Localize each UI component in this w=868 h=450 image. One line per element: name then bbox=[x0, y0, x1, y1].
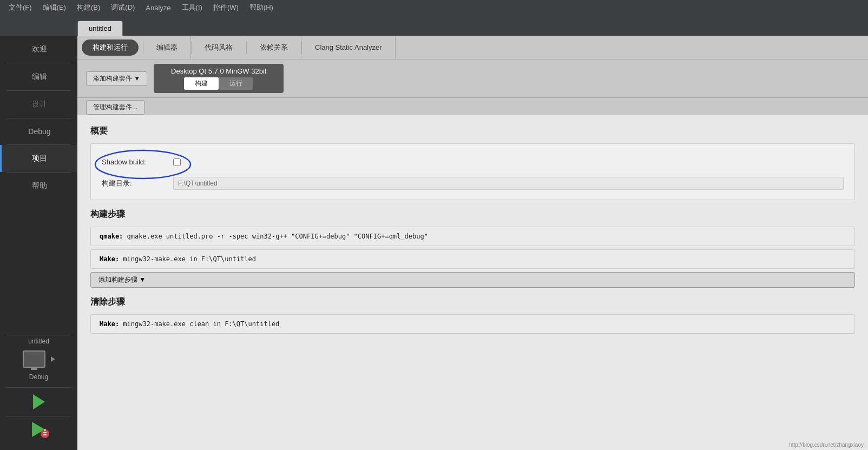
summary-box: Shadow build: 构建目录: bbox=[90, 143, 855, 200]
menu-edit[interactable]: 编辑(E) bbox=[38, 2, 70, 14]
debug-run-button[interactable] bbox=[0, 416, 77, 444]
subtab-editor[interactable]: 编辑器 bbox=[143, 36, 191, 59]
menu-file[interactable]: 文件(F) bbox=[4, 2, 36, 14]
kit-build-tab[interactable]: 构建 bbox=[184, 77, 219, 90]
menu-help[interactable]: 帮助(H) bbox=[245, 2, 278, 14]
build-dir-label: 构建目录: bbox=[102, 178, 167, 188]
project-tab[interactable]: untitled bbox=[77, 21, 123, 36]
clean-make-value: mingw32-make.exe clean in F:\QT\untitled bbox=[123, 320, 279, 328]
content-scroll[interactable]: 概要 Shadow build: 构建目录: bbox=[77, 115, 868, 450]
qmake-step-box: qmake: qmake.exe untitled.pro -r -spec w… bbox=[90, 227, 855, 246]
sidebar-item-design[interactable]: 设计 bbox=[0, 91, 77, 118]
shadow-build-checkbox[interactable] bbox=[173, 158, 181, 166]
add-kit-button[interactable]: 添加构建套件 ▼ bbox=[86, 71, 147, 86]
make-label: Make: bbox=[100, 255, 119, 263]
kit-name-label: Desktop Qt 5.7.0 MinGW 32bit bbox=[171, 67, 266, 75]
manage-kit-button[interactable]: 管理构建套件... bbox=[86, 100, 144, 115]
make-value: mingw32-make.exe in F:\QT\untitled bbox=[123, 255, 256, 263]
arrow-right-icon bbox=[51, 356, 55, 362]
tab-bar: untitled bbox=[0, 15, 868, 36]
menubar: 文件(F) 编辑(E) 构建(B) 调试(D) Analyze 工具(I) 控件… bbox=[0, 0, 868, 15]
sidebar-item-edit[interactable]: 编辑 bbox=[0, 63, 77, 90]
kit-bar: 添加构建套件 ▼ Desktop Qt 5.7.0 MinGW 32bit 构建… bbox=[77, 59, 868, 98]
subtab-build-run[interactable]: 构建和运行 bbox=[82, 39, 139, 56]
sidebar: 欢迎 编辑 设计 Debug 项目 帮助 untitled Debug bbox=[0, 36, 77, 450]
build-steps-title: 构建步骤 bbox=[90, 209, 855, 220]
menu-tools[interactable]: 工具(I) bbox=[177, 2, 207, 14]
play-icon bbox=[33, 394, 45, 409]
debug-play-icon bbox=[29, 422, 49, 438]
clean-steps-title: 清除步骤 bbox=[90, 296, 855, 308]
sidebar-item-help[interactable]: 帮助 bbox=[0, 173, 77, 200]
menu-build[interactable]: 构建(B) bbox=[73, 2, 104, 14]
main-layout: 欢迎 编辑 设计 Debug 项目 帮助 untitled Debug bbox=[0, 36, 868, 450]
monitor-icon bbox=[23, 350, 45, 368]
build-dir-input[interactable] bbox=[173, 177, 844, 190]
build-dir-row: 构建目录: bbox=[102, 174, 844, 193]
clean-make-label: Make: bbox=[100, 320, 119, 328]
sidebar-monitor-btn[interactable] bbox=[0, 347, 77, 371]
run-button[interactable] bbox=[0, 388, 77, 416]
kit-name-box: Desktop Qt 5.7.0 MinGW 32bit 构建 运行 bbox=[154, 64, 284, 93]
subtab-clang[interactable]: Clang Static Analyzer bbox=[302, 36, 396, 59]
shadow-build-label: Shadow build: bbox=[102, 158, 167, 166]
sub-tabs-bar: 构建和运行 编辑器 代码风格 依赖关系 Clang Static Analyze… bbox=[77, 36, 868, 59]
svg-point-1 bbox=[41, 429, 49, 438]
sidebar-debug-label: Debug bbox=[0, 371, 77, 383]
make-step-box: Make: mingw32-make.exe in F:\QT\untitled bbox=[90, 249, 855, 269]
shadow-build-row: Shadow build: bbox=[102, 155, 844, 169]
menu-widget[interactable]: 控件(W) bbox=[209, 2, 243, 14]
qmake-label: qmake: bbox=[100, 233, 123, 240]
add-build-step-button[interactable]: 添加构建步骤 ▼ bbox=[90, 272, 855, 288]
sidebar-item-debug-top[interactable]: Debug bbox=[0, 118, 77, 144]
subtab-code-style[interactable]: 代码风格 bbox=[192, 36, 246, 59]
summary-title: 概要 bbox=[90, 125, 855, 137]
content-area: 构建和运行 编辑器 代码风格 依赖关系 Clang Static Analyze… bbox=[77, 36, 868, 450]
menu-analyze[interactable]: Analyze bbox=[141, 3, 175, 13]
kit-sub-tabs: 构建 运行 bbox=[184, 77, 253, 90]
qmake-value: qmake.exe untitled.pro -r -spec win32-g+… bbox=[127, 233, 428, 240]
menu-debug[interactable]: 调试(D) bbox=[107, 2, 139, 14]
kit-run-tab[interactable]: 运行 bbox=[219, 77, 253, 90]
subtab-deps[interactable]: 依赖关系 bbox=[247, 36, 301, 59]
sidebar-item-welcome[interactable]: 欢迎 bbox=[0, 36, 77, 63]
clean-make-step-box: Make: mingw32-make.exe clean in F:\QT\un… bbox=[90, 314, 855, 334]
sidebar-item-project[interactable]: 项目 bbox=[0, 145, 77, 172]
sidebar-project-label: untitled bbox=[0, 335, 77, 347]
